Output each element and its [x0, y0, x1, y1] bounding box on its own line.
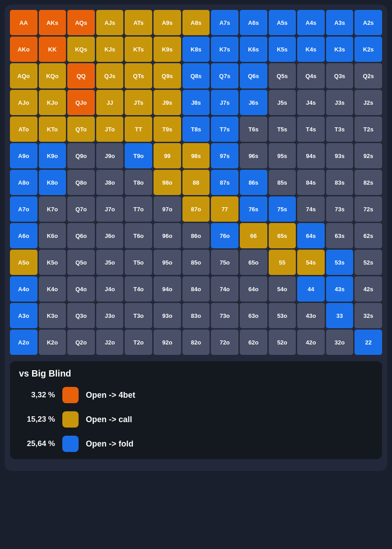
grid-cell[interactable]: A6s	[240, 10, 267, 35]
grid-cell[interactable]: K3s	[326, 37, 354, 62]
grid-cell[interactable]: 63o	[240, 303, 267, 328]
grid-cell[interactable]: 72o	[211, 330, 238, 355]
grid-cell[interactable]: 63s	[326, 223, 354, 248]
grid-cell[interactable]: J7s	[211, 90, 238, 115]
grid-cell[interactable]: 43o	[297, 303, 325, 328]
grid-cell[interactable]: T5o	[125, 250, 152, 275]
grid-cell[interactable]: 52o	[269, 330, 296, 355]
grid-cell[interactable]: A9o	[10, 143, 37, 168]
grid-cell[interactable]: K4o	[39, 276, 66, 302]
grid-cell[interactable]: J3o	[96, 303, 124, 328]
grid-cell[interactable]: KQs	[67, 37, 95, 62]
grid-cell[interactable]: Q9o	[67, 143, 95, 168]
grid-cell[interactable]: K3o	[39, 303, 66, 328]
grid-cell[interactable]: T2s	[355, 116, 382, 142]
grid-cell[interactable]: A8s	[182, 10, 210, 35]
grid-cell[interactable]: 96o	[154, 223, 181, 248]
grid-cell[interactable]: A7s	[211, 10, 238, 35]
grid-cell[interactable]: T7s	[211, 116, 238, 142]
grid-cell[interactable]: 64s	[297, 223, 325, 248]
grid-cell[interactable]: K6o	[39, 223, 66, 248]
grid-cell[interactable]: 32s	[355, 303, 382, 328]
grid-cell[interactable]: KQo	[39, 63, 66, 88]
grid-cell[interactable]: T2o	[125, 330, 152, 355]
grid-cell[interactable]: K4s	[297, 37, 325, 62]
grid-cell[interactable]: Q6s	[240, 63, 267, 88]
grid-cell[interactable]: AQs	[67, 10, 95, 35]
grid-cell[interactable]: JJ	[96, 90, 124, 115]
grid-cell[interactable]: 74o	[211, 276, 238, 302]
grid-cell[interactable]: T8o	[125, 170, 152, 195]
grid-cell[interactable]: 32o	[326, 330, 354, 355]
grid-cell[interactable]: A4o	[10, 276, 37, 302]
grid-cell[interactable]: KJo	[39, 90, 66, 115]
grid-cell[interactable]: J5s	[269, 90, 296, 115]
grid-cell[interactable]: T4s	[297, 116, 325, 142]
grid-cell[interactable]: 53s	[326, 250, 354, 275]
grid-cell[interactable]: 75o	[211, 250, 238, 275]
grid-cell[interactable]: T3s	[326, 116, 354, 142]
grid-cell[interactable]: 42o	[297, 330, 325, 355]
grid-cell[interactable]: A2o	[10, 330, 37, 355]
grid-cell[interactable]: J8o	[96, 170, 124, 195]
grid-cell[interactable]: 82o	[182, 330, 210, 355]
grid-cell[interactable]: 64o	[240, 276, 267, 302]
grid-cell[interactable]: 55	[269, 250, 296, 275]
grid-cell[interactable]: 83o	[182, 303, 210, 328]
grid-cell[interactable]: 65o	[240, 250, 267, 275]
grid-cell[interactable]: J9o	[96, 143, 124, 168]
grid-cell[interactable]: KJs	[96, 37, 124, 62]
grid-cell[interactable]: J2o	[96, 330, 124, 355]
grid-cell[interactable]: 66	[240, 223, 267, 248]
grid-cell[interactable]: J2s	[355, 90, 382, 115]
grid-cell[interactable]: AKo	[10, 37, 37, 62]
grid-cell[interactable]: QJs	[96, 63, 124, 88]
grid-cell[interactable]: K5s	[269, 37, 296, 62]
grid-cell[interactable]: T5s	[269, 116, 296, 142]
grid-cell[interactable]: 93o	[154, 303, 181, 328]
grid-cell[interactable]: QTs	[125, 63, 152, 88]
grid-cell[interactable]: 82s	[355, 170, 382, 195]
grid-cell[interactable]: 43s	[326, 276, 354, 302]
grid-cell[interactable]: T4o	[125, 276, 152, 302]
grid-cell[interactable]: Q9s	[154, 63, 181, 88]
grid-cell[interactable]: 42s	[355, 276, 382, 302]
grid-cell[interactable]: A7o	[10, 196, 37, 222]
grid-cell[interactable]: T7o	[125, 196, 152, 222]
grid-cell[interactable]: 65s	[269, 223, 296, 248]
grid-cell[interactable]: K9o	[39, 143, 66, 168]
grid-cell[interactable]: 54s	[297, 250, 325, 275]
grid-cell[interactable]: J9s	[154, 90, 181, 115]
grid-cell[interactable]: 62o	[240, 330, 267, 355]
grid-cell[interactable]: A3s	[326, 10, 354, 35]
grid-cell[interactable]: A8o	[10, 170, 37, 195]
grid-cell[interactable]: 85s	[269, 170, 296, 195]
grid-cell[interactable]: T3o	[125, 303, 152, 328]
grid-cell[interactable]: 87o	[182, 196, 210, 222]
grid-cell[interactable]: 92s	[355, 143, 382, 168]
grid-cell[interactable]: A9s	[154, 10, 181, 35]
grid-cell[interactable]: K7s	[211, 37, 238, 62]
grid-cell[interactable]: AKs	[39, 10, 66, 35]
grid-cell[interactable]: A5s	[269, 10, 296, 35]
grid-cell[interactable]: Q5s	[269, 63, 296, 88]
grid-cell[interactable]: Q6o	[67, 223, 95, 248]
grid-cell[interactable]: 76s	[240, 196, 267, 222]
grid-cell[interactable]: 22	[355, 330, 382, 355]
grid-cell[interactable]: Q4o	[67, 276, 95, 302]
grid-cell[interactable]: K2o	[39, 330, 66, 355]
grid-cell[interactable]: J5o	[96, 250, 124, 275]
grid-cell[interactable]: 62s	[355, 223, 382, 248]
grid-cell[interactable]: J6s	[240, 90, 267, 115]
grid-cell[interactable]: 99	[154, 143, 181, 168]
grid-cell[interactable]: A3o	[10, 303, 37, 328]
grid-cell[interactable]: 84s	[297, 170, 325, 195]
grid-cell[interactable]: Q4s	[297, 63, 325, 88]
grid-cell[interactable]: A5o	[10, 250, 37, 275]
grid-cell[interactable]: 76o	[211, 223, 238, 248]
grid-cell[interactable]: A6o	[10, 223, 37, 248]
grid-cell[interactable]: Q8o	[67, 170, 95, 195]
grid-cell[interactable]: Q3o	[67, 303, 95, 328]
grid-cell[interactable]: A2s	[355, 10, 382, 35]
grid-cell[interactable]: 73s	[326, 196, 354, 222]
